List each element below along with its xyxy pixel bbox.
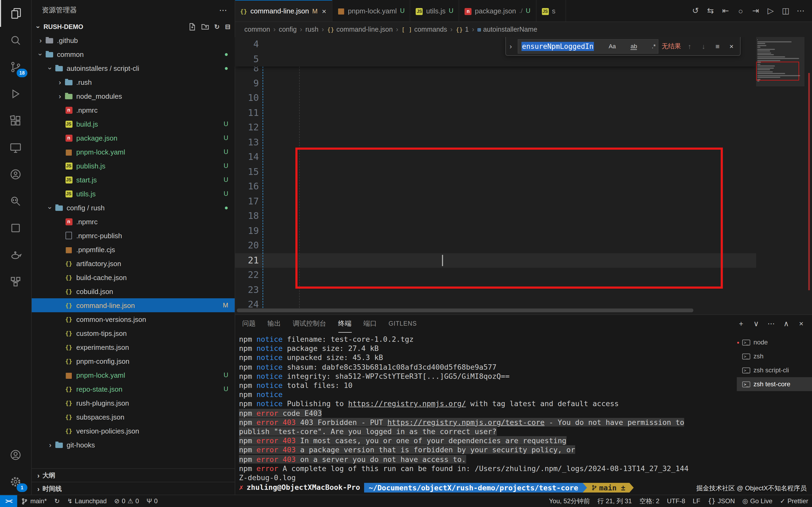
panel-tab-输出[interactable]: 输出: [267, 315, 281, 333]
project-section-header[interactable]: › RUSH-DEMO ↻ ⊟: [31, 20, 235, 33]
tree-item[interactable]: {}common-versions.json: [31, 312, 235, 326]
go-live-button[interactable]: ◎ Go Live: [739, 495, 776, 507]
git-compare-icon[interactable]: ⇆: [704, 6, 717, 15]
tree-item[interactable]: ›common●: [31, 47, 235, 61]
close-find-icon[interactable]: ×: [726, 42, 737, 50]
breadcrumb-item[interactable]: {}1: [456, 26, 468, 33]
tree-item[interactable]: {}artifactory.json: [31, 257, 235, 270]
tree-item[interactable]: {}command-line.jsonM: [31, 298, 235, 312]
live-share-icon[interactable]: [0, 161, 31, 188]
tree-item[interactable]: n.npmrc: [31, 103, 235, 117]
remote-explorer-icon[interactable]: [0, 134, 31, 161]
toggle-replace-icon[interactable]: ›: [507, 42, 514, 50]
tree-item[interactable]: ▦pnpm-lock.yamlU: [31, 368, 235, 382]
find-next-icon[interactable]: ↓: [698, 42, 709, 50]
maximize-panel-icon[interactable]: ∧: [780, 319, 793, 328]
tree-item[interactable]: .npmrc-publish: [31, 229, 235, 242]
tab-s[interactable]: JSs: [536, 0, 566, 21]
tree-item[interactable]: {}build-cache.json: [31, 270, 235, 284]
blame-status[interactable]: You, 52分钟前: [545, 495, 594, 507]
panel-tab-GITLENS[interactable]: GITLENS: [389, 315, 417, 333]
tree-item[interactable]: JSutils.jsU: [31, 187, 235, 201]
panel-tab-终端[interactable]: 终端: [338, 315, 352, 333]
tree-item[interactable]: {}experiments.json: [31, 340, 235, 354]
remote-indicator[interactable]: ><: [0, 495, 17, 507]
extensions-icon[interactable]: [0, 107, 31, 134]
tree-item[interactable]: JSstart.jsU: [31, 173, 235, 187]
problems-item[interactable]: ⊘ 0 ⚠ 0: [110, 495, 143, 507]
move-right-icon[interactable]: ⇥: [749, 6, 763, 15]
breadcrumb-item[interactable]: ⊞autoinstallerName: [477, 26, 537, 33]
tree-item[interactable]: ›git-hooks: [31, 438, 235, 452]
breadcrumb-item[interactable]: [ ]commands: [401, 26, 447, 33]
tree-item[interactable]: ›node_modules: [31, 89, 235, 103]
timeline-section-header[interactable]: › 时间线: [31, 482, 235, 495]
search-editor-icon[interactable]: [0, 188, 31, 215]
refresh-icon[interactable]: ↻: [214, 23, 220, 31]
launchpad-item[interactable]: ↯ Launchpad: [63, 495, 110, 507]
branch-indicator[interactable]: main*: [17, 495, 50, 507]
indentation-status[interactable]: 空格: 2: [636, 495, 663, 507]
sync-icon[interactable]: ↻: [50, 495, 63, 507]
timeline-history-icon[interactable]: ↺: [689, 6, 702, 15]
tree-item[interactable]: JSbuild.jsU: [31, 117, 235, 131]
code-editor[interactable]: 89101112131415161718192021222324 45 › en…: [235, 37, 812, 315]
panel-tab-端口[interactable]: 端口: [363, 315, 377, 333]
prettier-status[interactable]: ✓ Prettier: [776, 495, 812, 507]
regex-icon[interactable]: .*: [652, 43, 656, 49]
accounts-icon[interactable]: [0, 442, 31, 468]
record-icon[interactable]: ○: [733, 6, 748, 15]
tree-item[interactable]: ▦.pnpmfile.cjs: [31, 242, 235, 257]
tree-item[interactable]: {}version-policies.json: [31, 424, 235, 438]
tree-item[interactable]: n.npmrc: [31, 215, 235, 229]
project-structure-icon[interactable]: [0, 268, 31, 295]
tree-item[interactable]: npackage.jsonU: [31, 131, 235, 145]
horizontal-scrollbar[interactable]: [237, 308, 693, 312]
match-case-icon[interactable]: Aa: [609, 43, 616, 49]
move-left-icon[interactable]: ⇤: [719, 6, 732, 15]
tree-item[interactable]: ›autoinstallers / script-cli●: [31, 61, 235, 75]
split-editor-icon[interactable]: ◫: [779, 6, 793, 15]
panel-tab-问题[interactable]: 问题: [242, 315, 256, 333]
encoding-status[interactable]: UTF-8: [663, 495, 689, 507]
new-file-icon[interactable]: [189, 23, 196, 31]
search-icon[interactable]: [0, 27, 31, 54]
find-previous-icon[interactable]: ↑: [684, 42, 695, 50]
collapse-all-icon[interactable]: ⊟: [225, 23, 231, 31]
tab-command-line.json[interactable]: {}command-line.jsonM×: [235, 0, 332, 21]
tree-item[interactable]: {}cobuild.json: [31, 284, 235, 298]
tree-item[interactable]: ▦pnpm-lock.yamlU: [31, 145, 235, 159]
terminal-session-node[interactable]: ●>_node: [737, 335, 812, 349]
tree-item[interactable]: JSpublish.jsU: [31, 159, 235, 173]
tree-item[interactable]: ›.rush: [31, 75, 235, 89]
ports-item[interactable]: Ψ 0: [143, 495, 161, 507]
breadcrumb-item[interactable]: common: [244, 26, 270, 33]
tree-item[interactable]: ›config / rush●: [31, 201, 235, 215]
terminal-dropdown-icon[interactable]: ∨: [750, 319, 763, 328]
terminal-session-zsh[interactable]: >_zsh: [737, 349, 812, 363]
terminal-session-zsh script-cli[interactable]: >_zsh script-cli: [737, 363, 812, 377]
close-icon[interactable]: ×: [322, 7, 326, 15]
language-mode[interactable]: {} JSON: [704, 495, 739, 507]
genie-lamp-icon[interactable]: [0, 241, 31, 268]
tree-item[interactable]: {}subspaces.json: [31, 410, 235, 424]
tab-utils.js[interactable]: JSutils.jsU: [411, 0, 459, 21]
tree-item[interactable]: {}custom-tips.json: [31, 326, 235, 340]
breadcrumb-item[interactable]: {}command-line.json: [327, 26, 393, 33]
tree-item[interactable]: ›.github: [31, 33, 235, 47]
run-file-icon[interactable]: ▷: [764, 6, 778, 15]
tree-item[interactable]: {}repo-state.jsonU: [31, 382, 235, 396]
source-control-icon[interactable]: 18: [0, 54, 31, 80]
sidebar-more-icon[interactable]: ⋯: [219, 5, 227, 15]
tree-item[interactable]: {}pnpm-config.json: [31, 354, 235, 368]
minimap[interactable]: [756, 37, 805, 307]
settings-gear-icon[interactable]: 1: [0, 468, 31, 495]
panel-tab-调试控制台[interactable]: 调试控制台: [293, 315, 326, 333]
cursor-position[interactable]: 行 21, 列 31: [594, 495, 636, 507]
terminal-output[interactable]: npm notice filename: test-core-1.0.2.tgz…: [235, 332, 737, 496]
close-panel-icon[interactable]: ×: [795, 319, 808, 328]
outline-section-header[interactable]: › 大纲: [31, 468, 235, 482]
whole-word-icon[interactable]: ab: [630, 43, 637, 50]
new-folder-icon[interactable]: [201, 23, 209, 31]
live-preview-icon[interactable]: [0, 215, 31, 241]
